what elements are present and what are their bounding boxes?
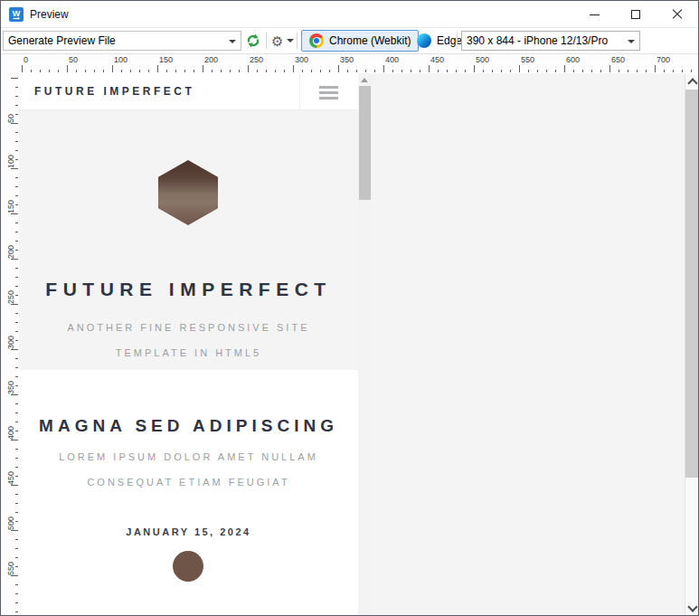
window-scrollbar-thumb[interactable]	[685, 90, 699, 478]
maximize-button[interactable]	[615, 1, 656, 28]
article-subtitle-line2: CONSEQUAT ETIAM FEUGIAT	[19, 477, 358, 488]
article-title[interactable]: MAGNA SED ADIPISCING	[19, 416, 358, 436]
ruler-tick	[194, 70, 194, 72]
ruler-tick	[15, 367, 18, 368]
edge-button-label: Edge	[437, 34, 462, 47]
ruler-label: 350	[340, 55, 354, 64]
ruler-tick	[31, 70, 32, 72]
ruler-tick	[338, 65, 339, 72]
ruler-tick	[429, 65, 430, 72]
chrome-webkit-button[interactable]: Chrome (Webkit)	[301, 30, 419, 52]
ruler-tick	[15, 512, 18, 513]
ruler-tick	[284, 70, 285, 72]
ruler-tick	[40, 70, 41, 72]
ruler-tick	[266, 70, 267, 72]
toolbar: Generate Preview File ⚙ Chrome (Webkit) …	[1, 28, 698, 54]
device-size-select[interactable]: 390 x 844 - iPhone 12/13/Pro	[461, 31, 640, 51]
ruler-tick	[130, 70, 131, 72]
chrome-icon	[309, 33, 324, 48]
generate-preview-select[interactable]: Generate Preview File	[3, 31, 241, 51]
ruler-tick	[15, 358, 18, 359]
edge-icon	[417, 33, 431, 48]
ruler-label: 400	[385, 55, 399, 64]
ruler-tick	[139, 70, 140, 72]
ruler-tick	[11, 349, 18, 350]
preview-window: W Preview Generate Preview File ⚙	[0, 0, 699, 616]
ruler-tick	[646, 70, 647, 72]
ruler-tick	[58, 70, 59, 72]
close-icon	[672, 9, 683, 20]
ruler-tick	[15, 467, 18, 468]
ruler-label: 250	[6, 290, 15, 304]
ruler-tick	[157, 65, 158, 72]
ruler-tick	[546, 70, 547, 72]
device-size-label: 390 x 844 - iPhone 12/13/Pro	[467, 34, 608, 47]
ruler-tick	[15, 105, 18, 106]
scroll-up-icon[interactable]	[361, 78, 368, 82]
toolbar-separator	[457, 33, 458, 49]
scroll-down-icon[interactable]	[689, 604, 695, 611]
chevron-down-icon	[287, 39, 294, 43]
svg-text:W: W	[13, 9, 21, 18]
ruler-tick	[103, 70, 104, 72]
ruler-tick	[11, 78, 18, 79]
ruler-tick	[11, 168, 18, 169]
ruler-tick	[184, 70, 185, 72]
ruler-label: 400	[6, 426, 15, 440]
title-bar: W Preview	[1, 1, 698, 28]
ruler-tick	[15, 232, 18, 232]
ruler-tick	[212, 70, 213, 72]
ruler-tick	[293, 65, 294, 72]
ruler-label: 100	[114, 55, 128, 64]
ruler-tick	[582, 70, 583, 72]
menu-button[interactable]	[312, 81, 345, 104]
app-logo-icon: W	[9, 7, 24, 22]
chrome-button-label: Chrome (Webkit)	[329, 34, 411, 47]
ruler-tick	[239, 70, 240, 72]
ruler-tick	[76, 70, 77, 72]
intro-subtitle-line2: TEMPLATE IN HTML5	[19, 347, 358, 358]
ruler-tick	[49, 70, 50, 72]
ruler-tick	[15, 611, 18, 612]
hamburger-icon	[319, 86, 338, 89]
ruler-tick	[15, 403, 18, 404]
ruler-tick	[15, 331, 18, 332]
preview-scrollbar-thumb[interactable]	[359, 86, 371, 200]
ruler-tick	[15, 503, 18, 504]
ruler-tick	[175, 70, 176, 72]
ruler-label: 300	[295, 55, 308, 64]
ruler-label: 50	[69, 55, 78, 64]
close-button[interactable]	[656, 1, 698, 28]
article-date: JANUARY 15, 2024	[19, 526, 358, 537]
vertical-ruler: 50100150200250300350400450500550	[1, 73, 19, 615]
ruler-tick	[148, 70, 149, 72]
toolbar-separator	[297, 33, 298, 49]
gear-icon: ⚙	[271, 34, 283, 48]
window-title: Preview	[30, 8, 69, 21]
chevron-down-icon	[628, 40, 635, 43]
ruler-tick	[15, 159, 18, 160]
ruler-label: 550	[6, 562, 15, 575]
refresh-button[interactable]	[245, 31, 261, 51]
ruler-tick	[320, 70, 321, 72]
ruler-tick	[15, 177, 18, 178]
site-header: FUTURE IMPERFECT	[19, 73, 358, 110]
ruler-tick	[456, 70, 457, 72]
site-title: FUTURE IMPERFECT	[34, 85, 194, 98]
ruler-tick	[619, 70, 619, 72]
ruler-tick	[365, 70, 366, 72]
settings-button[interactable]: ⚙	[271, 31, 294, 51]
minimize-button[interactable]	[573, 1, 615, 28]
ruler-tick	[15, 584, 18, 585]
ruler-tick	[248, 65, 249, 72]
ruler-tick	[356, 70, 357, 72]
header-divider	[299, 73, 300, 110]
ruler-label: 150	[159, 55, 173, 64]
ruler-tick	[11, 485, 18, 486]
ruler-tick	[15, 87, 18, 88]
ruler-tick	[474, 65, 475, 72]
ruler-tick	[15, 114, 18, 115]
chevron-down-icon	[229, 40, 236, 43]
ruler-tick	[203, 65, 203, 72]
scroll-up-icon[interactable]	[689, 78, 695, 84]
